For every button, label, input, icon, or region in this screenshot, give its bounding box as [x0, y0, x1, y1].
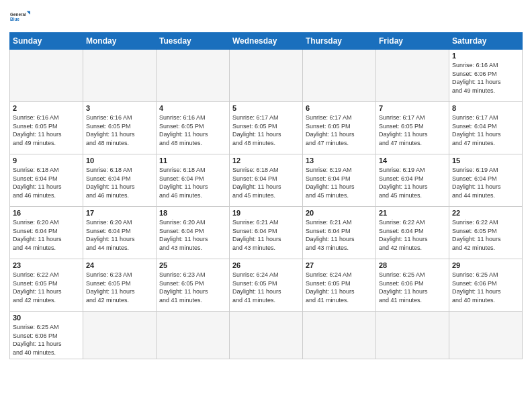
day-info: Sunrise: 6:24 AM Sunset: 6:05 PM Dayligh…	[232, 271, 300, 304]
weekday-header-sunday: Sunday	[10, 33, 83, 50]
day-number: 28	[379, 261, 446, 269]
day-number: 16	[13, 209, 80, 217]
day-info: Sunrise: 6:20 AM Sunset: 6:04 PM Dayligh…	[159, 218, 226, 252]
calendar-cell: 7Sunrise: 6:17 AM Sunset: 6:05 PM Daylig…	[376, 102, 449, 154]
weekday-header-wednesday: Wednesday	[230, 33, 303, 50]
day-number: 2	[13, 104, 80, 112]
calendar-cell: 13Sunrise: 6:19 AM Sunset: 6:04 PM Dayli…	[303, 154, 376, 207]
calendar-cell: 24Sunrise: 6:23 AM Sunset: 6:05 PM Dayli…	[83, 259, 157, 312]
day-number: 21	[379, 209, 446, 217]
calendar-cell	[303, 50, 376, 102]
day-number: 22	[452, 209, 519, 217]
calendar-cell: 10Sunrise: 6:18 AM Sunset: 6:04 PM Dayli…	[83, 154, 157, 207]
day-number: 29	[452, 261, 519, 269]
day-number: 15	[452, 156, 519, 165]
week-row-3: 9Sunrise: 6:18 AM Sunset: 6:04 PM Daylig…	[10, 154, 523, 207]
day-info: Sunrise: 6:25 AM Sunset: 6:06 PM Dayligh…	[379, 271, 446, 304]
day-info: Sunrise: 6:18 AM Sunset: 6:04 PM Dayligh…	[86, 166, 153, 199]
day-number: 11	[159, 156, 226, 165]
week-row-5: 23Sunrise: 6:22 AM Sunset: 6:05 PM Dayli…	[10, 259, 523, 312]
day-info: Sunrise: 6:18 AM Sunset: 6:04 PM Dayligh…	[232, 166, 300, 199]
calendar-cell	[376, 50, 449, 102]
day-info: Sunrise: 6:23 AM Sunset: 6:05 PM Dayligh…	[86, 271, 153, 304]
day-number: 10	[86, 156, 153, 165]
weekday-header-monday: Monday	[83, 33, 157, 50]
calendar-cell: 8Sunrise: 6:17 AM Sunset: 6:04 PM Daylig…	[449, 102, 523, 154]
calendar-cell	[83, 50, 157, 102]
day-info: Sunrise: 6:18 AM Sunset: 6:04 PM Dayligh…	[159, 166, 226, 199]
day-info: Sunrise: 6:16 AM Sunset: 6:05 PM Dayligh…	[159, 113, 226, 147]
svg-text:General: General	[10, 12, 26, 17]
weekday-header-tuesday: Tuesday	[157, 33, 230, 50]
calendar: SundayMondayTuesdayWednesdayThursdayFrid…	[9, 32, 523, 359]
day-number: 1	[452, 52, 519, 60]
day-info: Sunrise: 6:24 AM Sunset: 6:05 PM Dayligh…	[306, 271, 373, 304]
day-info: Sunrise: 6:16 AM Sunset: 6:05 PM Dayligh…	[13, 113, 80, 147]
calendar-cell: 25Sunrise: 6:23 AM Sunset: 6:05 PM Dayli…	[157, 259, 230, 312]
day-number: 25	[159, 261, 226, 269]
day-info: Sunrise: 6:21 AM Sunset: 6:04 PM Dayligh…	[306, 218, 373, 252]
day-info: Sunrise: 6:17 AM Sunset: 6:05 PM Dayligh…	[232, 113, 300, 147]
calendar-cell	[230, 50, 303, 102]
calendar-cell: 4Sunrise: 6:16 AM Sunset: 6:05 PM Daylig…	[157, 102, 230, 154]
day-number: 9	[13, 156, 80, 165]
day-number: 3	[86, 104, 153, 112]
logo: General Blue	[9, 7, 31, 28]
day-info: Sunrise: 6:17 AM Sunset: 6:04 PM Dayligh…	[452, 113, 519, 147]
calendar-cell: 14Sunrise: 6:19 AM Sunset: 6:04 PM Dayli…	[376, 154, 449, 207]
day-info: Sunrise: 6:25 AM Sunset: 6:06 PM Dayligh…	[452, 271, 519, 304]
day-info: Sunrise: 6:20 AM Sunset: 6:04 PM Dayligh…	[13, 218, 80, 252]
day-number: 23	[13, 261, 80, 269]
day-number: 12	[232, 156, 300, 165]
header: General Blue	[9, 7, 523, 28]
day-info: Sunrise: 6:20 AM Sunset: 6:04 PM Dayligh…	[86, 218, 153, 252]
calendar-cell	[449, 312, 523, 359]
weekday-header-thursday: Thursday	[303, 33, 376, 50]
day-number: 4	[159, 104, 226, 112]
calendar-cell: 23Sunrise: 6:22 AM Sunset: 6:05 PM Dayli…	[10, 259, 83, 312]
day-number: 27	[306, 261, 373, 269]
calendar-cell	[230, 312, 303, 359]
calendar-cell: 17Sunrise: 6:20 AM Sunset: 6:04 PM Dayli…	[83, 207, 157, 259]
calendar-cell: 16Sunrise: 6:20 AM Sunset: 6:04 PM Dayli…	[10, 207, 83, 259]
day-number: 6	[306, 104, 373, 112]
day-number: 14	[379, 156, 446, 165]
day-number: 8	[452, 104, 519, 112]
day-number: 17	[86, 209, 153, 217]
weekday-header-saturday: Saturday	[449, 33, 523, 50]
day-info: Sunrise: 6:19 AM Sunset: 6:04 PM Dayligh…	[452, 166, 519, 199]
day-info: Sunrise: 6:18 AM Sunset: 6:04 PM Dayligh…	[13, 166, 80, 199]
calendar-cell: 11Sunrise: 6:18 AM Sunset: 6:04 PM Dayli…	[157, 154, 230, 207]
day-info: Sunrise: 6:19 AM Sunset: 6:04 PM Dayligh…	[306, 166, 373, 199]
day-info: Sunrise: 6:17 AM Sunset: 6:05 PM Dayligh…	[306, 113, 373, 147]
calendar-cell: 30Sunrise: 6:25 AM Sunset: 6:06 PM Dayli…	[10, 312, 83, 359]
calendar-cell: 22Sunrise: 6:22 AM Sunset: 6:05 PM Dayli…	[449, 207, 523, 259]
day-number: 30	[13, 314, 80, 322]
day-number: 24	[86, 261, 153, 269]
day-info: Sunrise: 6:16 AM Sunset: 6:06 PM Dayligh…	[452, 61, 519, 95]
week-row-4: 16Sunrise: 6:20 AM Sunset: 6:04 PM Dayli…	[10, 207, 523, 259]
day-info: Sunrise: 6:16 AM Sunset: 6:05 PM Dayligh…	[86, 113, 153, 147]
calendar-cell: 28Sunrise: 6:25 AM Sunset: 6:06 PM Dayli…	[376, 259, 449, 312]
day-number: 20	[306, 209, 373, 217]
calendar-cell	[303, 312, 376, 359]
calendar-cell	[157, 312, 230, 359]
week-row-6: 30Sunrise: 6:25 AM Sunset: 6:06 PM Dayli…	[10, 312, 523, 359]
day-number: 18	[159, 209, 226, 217]
day-number: 5	[232, 104, 300, 112]
generalblue-logo-icon: General Blue	[9, 7, 31, 28]
calendar-cell: 1Sunrise: 6:16 AM Sunset: 6:06 PM Daylig…	[449, 50, 523, 102]
day-info: Sunrise: 6:23 AM Sunset: 6:05 PM Dayligh…	[159, 271, 226, 304]
day-number: 19	[232, 209, 300, 217]
calendar-cell: 3Sunrise: 6:16 AM Sunset: 6:05 PM Daylig…	[83, 102, 157, 154]
day-info: Sunrise: 6:22 AM Sunset: 6:05 PM Dayligh…	[452, 218, 519, 252]
calendar-cell	[10, 50, 83, 102]
calendar-cell: 19Sunrise: 6:21 AM Sunset: 6:04 PM Dayli…	[230, 207, 303, 259]
day-info: Sunrise: 6:21 AM Sunset: 6:04 PM Dayligh…	[232, 218, 300, 252]
calendar-cell	[376, 312, 449, 359]
week-row-2: 2Sunrise: 6:16 AM Sunset: 6:05 PM Daylig…	[10, 102, 523, 154]
day-info: Sunrise: 6:22 AM Sunset: 6:05 PM Dayligh…	[13, 271, 80, 304]
day-number: 7	[379, 104, 446, 112]
calendar-cell: 9Sunrise: 6:18 AM Sunset: 6:04 PM Daylig…	[10, 154, 83, 207]
day-info: Sunrise: 6:22 AM Sunset: 6:04 PM Dayligh…	[379, 218, 446, 252]
